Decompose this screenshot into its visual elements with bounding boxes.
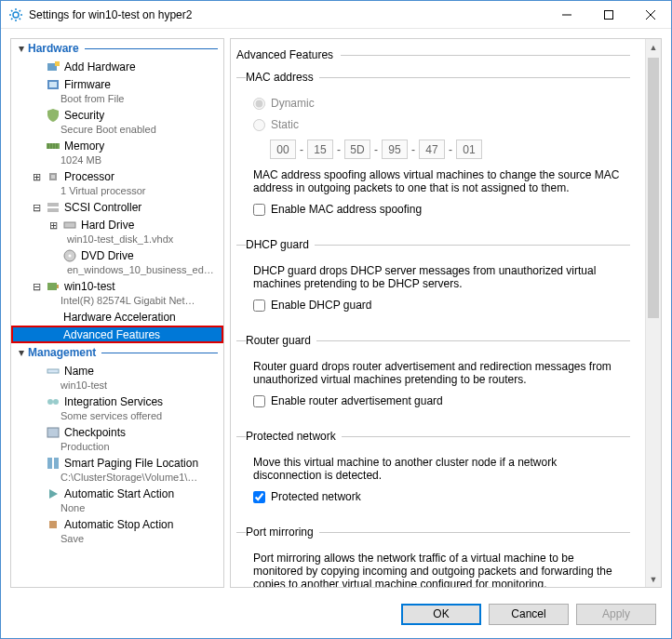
svg-rect-27 [47,458,52,469]
cancel-button[interactable]: Cancel [489,604,569,625]
protected-text: Move this virtual machine to another clu… [253,456,626,482]
svg-point-24 [47,399,53,405]
minimize-button[interactable] [545,1,587,28]
tree-integration-services[interactable]: Integration Services Some services offer… [11,393,223,423]
hard-drive-icon [62,218,77,233]
collapse-icon: ▾ [15,42,28,55]
scsi-icon [46,200,60,215]
svg-point-0 [13,12,19,18]
mac-octet-4[interactable] [419,140,445,159]
dhcp-text: DHCP guard drops DHCP server messages fr… [253,264,626,290]
detail-pane: Advanced Features MAC address Dynamic St… [230,38,662,588]
dvd-icon [62,248,77,263]
mac-octet-0[interactable] [270,140,296,159]
check-mac-spoofing[interactable]: Enable MAC address spoofing [253,200,626,219]
tree-advanced-features[interactable]: Advanced Features [11,326,223,343]
mirror-text: Port mirroring allows the network traffi… [253,552,626,587]
svg-point-20 [69,254,72,257]
tree-add-hardware[interactable]: Add Hardware [11,58,223,75]
name-icon [46,364,60,379]
checkpoints-icon [46,425,60,440]
radio-mac-dynamic[interactable]: Dynamic [253,94,626,113]
group-hardware[interactable]: ▾ Hardware [11,39,223,58]
svg-marker-29 [49,489,58,499]
tree-scsi-controller[interactable]: ⊟SCSI Controller [11,198,223,216]
expand-icon[interactable]: ⊞ [48,218,59,233]
router-text: Router guard drops router advertisement … [253,360,626,386]
apply-button[interactable]: Apply [576,604,656,625]
radio-mac-static[interactable]: Static [253,115,626,134]
tree-dvd-drive[interactable]: DVD Drive en_windows_10_business_edit... [11,246,223,277]
tree-auto-stop[interactable]: Automatic Stop Action Save [11,515,223,546]
firmware-icon [46,77,60,92]
svg-point-25 [53,399,59,405]
titlebar: Settings for win10-test on hyper2 [1,1,671,29]
svg-rect-21 [47,283,57,290]
expand-icon[interactable]: ⊞ [32,169,42,184]
svg-rect-18 [64,222,75,228]
section-protected-network: Protected network Move this virtual mach… [236,430,630,509]
section-dhcp-guard: DHCP guard DHCP guard drops DHCP server … [236,238,630,317]
svg-rect-22 [57,285,59,288]
mac-octet-3[interactable] [382,140,408,159]
settings-tree[interactable]: ▾ Hardware Add Hardware Firmware Boot fr… [10,38,224,588]
detail-title: Advanced Features [236,48,341,61]
vertical-scrollbar[interactable]: ▲ ▼ [645,39,661,587]
tree-processor[interactable]: ⊞Processor 1 Virtual processor [11,167,223,198]
mac-address-fields: - - - - - [270,140,626,159]
ok-button[interactable]: OK [401,604,481,625]
tree-auto-start[interactable]: Automatic Start Action None [11,485,223,515]
mac-octet-2[interactable] [344,140,370,159]
section-router-guard: Router guard Router guard drops router a… [236,334,630,413]
tree-hard-drive[interactable]: ⊞Hard Drive win10-test_disk_1.vhdx [11,216,223,246]
nic-icon [46,279,60,294]
svg-rect-28 [54,458,59,469]
cpu-icon [46,169,60,184]
svg-rect-26 [47,428,59,437]
add-hardware-icon [46,60,60,74]
memory-icon [46,139,60,153]
scroll-thumb[interactable] [648,58,659,318]
tree-smart-paging[interactable]: Smart Paging File Location C:\ClusterSto… [11,454,223,485]
mac-octet-5[interactable] [456,140,482,159]
paging-icon [46,456,60,471]
svg-rect-23 [47,369,59,373]
svg-rect-8 [49,82,57,87]
window-title: Settings for win10-test on hyper2 [29,8,545,21]
app-gear-icon [8,7,23,22]
svg-rect-16 [47,203,59,206]
mac-spoof-text: MAC address spoofing allows virtual mach… [253,168,626,194]
dialog-buttons: OK Cancel Apply [1,597,671,638]
maximize-button[interactable] [587,1,629,28]
group-management[interactable]: ▾ Management [11,343,223,362]
svg-rect-30 [49,521,57,528]
section-mac-address: MAC address Dynamic Static - - - - - MAC… [236,71,630,221]
integration-icon [46,394,60,409]
collapse-icon: ▾ [15,346,28,359]
collapse-icon[interactable]: ⊟ [32,279,42,294]
autostop-icon [46,517,60,532]
tree-memory[interactable]: Memory 1024 MB [11,137,223,167]
tree-security[interactable]: Security Secure Boot enabled [11,106,223,137]
tree-name[interactable]: Name win10-test [11,362,223,393]
check-router-guard[interactable]: Enable router advertisement guard [253,392,626,410]
tree-hardware-acceleration[interactable]: Hardware Acceleration [11,308,223,326]
tree-firmware[interactable]: Firmware Boot from File [11,75,223,106]
svg-rect-2 [604,10,612,19]
svg-rect-6 [55,61,60,66]
check-dhcp-guard[interactable]: Enable DHCP guard [253,296,626,314]
svg-rect-15 [51,175,55,179]
close-button[interactable] [629,1,671,28]
scroll-up-icon[interactable]: ▲ [646,39,661,55]
scroll-down-icon[interactable]: ▼ [646,571,661,587]
autostart-icon [46,486,60,501]
mac-octet-1[interactable] [307,140,333,159]
section-port-mirroring: Port mirroring Port mirroring allows the… [236,526,630,587]
shield-icon [46,108,60,123]
check-protected-network[interactable]: Protected network [253,487,626,506]
svg-rect-17 [47,208,59,212]
collapse-icon[interactable]: ⊟ [32,200,42,215]
tree-nic[interactable]: ⊟win10-test Intel(R) 82574L Gigabit Netw… [11,277,223,308]
tree-checkpoints[interactable]: Checkpoints Production [11,423,223,454]
